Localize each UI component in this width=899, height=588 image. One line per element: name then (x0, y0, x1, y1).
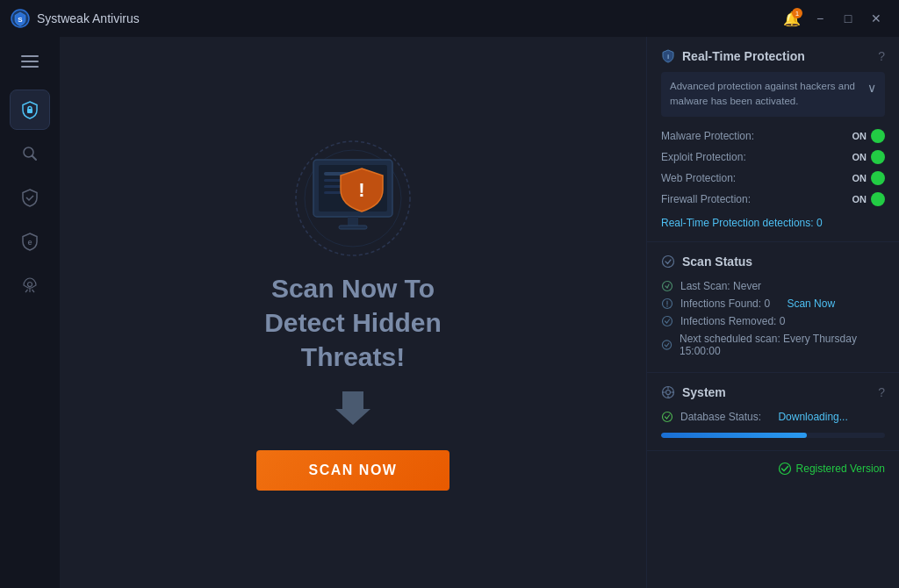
svg-point-38 (779, 463, 790, 474)
hamburger-line-3 (21, 66, 39, 68)
shield-info-icon: i (661, 49, 675, 63)
svg-point-7 (28, 283, 32, 287)
registered-version-label: Registered Version (778, 462, 885, 476)
svg-marker-22 (335, 391, 370, 425)
hamburger-line-1 (21, 55, 39, 57)
scan-status-section: Scan Status Last Scan: Never Infections … (647, 242, 899, 373)
scan-status-title: Scan Status (661, 255, 752, 269)
system-header: System ? (661, 385, 885, 399)
title-bar: S Systweak Antivirus 🔔 1 − □ ✕ (0, 0, 899, 37)
rtp-header: i Real-Time Protection ? (661, 49, 885, 63)
center-panel: ! Scan Now To Detect Hidden Threats! SCA… (60, 37, 646, 588)
svg-line-9 (25, 290, 28, 292)
web-protection-item: Web Protection: ON (661, 168, 885, 189)
maximize-button[interactable]: □ (836, 6, 860, 31)
scan-now-button[interactable]: SCAN NOW (256, 450, 450, 491)
scan-now-link[interactable]: Scan Now (787, 298, 835, 310)
system-help-icon[interactable]: ? (878, 385, 885, 399)
system-title: System (661, 385, 726, 399)
firewall-toggle[interactable]: ON (852, 192, 886, 206)
rtp-title: i Real-Time Protection (661, 49, 805, 63)
rtp-expand-chevron-icon[interactable]: ∨ (867, 79, 876, 97)
rtp-help-icon[interactable]: ? (878, 49, 885, 63)
svg-point-37 (663, 412, 672, 421)
download-progress-bar-container (661, 433, 885, 438)
firewall-toggle-dot (871, 192, 885, 206)
svg-text:S: S (18, 16, 23, 24)
rocket-icon (20, 276, 40, 295)
title-bar-left: S Systweak Antivirus (11, 9, 780, 28)
rtp-detections: Real-Time Protection detections: 0 (661, 217, 885, 229)
sidebar-hamburger-button[interactable] (12, 46, 47, 77)
svg-point-3 (28, 107, 32, 111)
hero-heading: Scan Now To Detect Hidden Threats! (264, 271, 442, 374)
svg-point-30 (662, 340, 671, 348)
app-logo-icon: S (11, 9, 30, 28)
shield-lock-icon (20, 100, 40, 119)
next-scan-icon (661, 339, 672, 351)
scan-status-header: Scan Status (661, 255, 885, 269)
main-layout: e (0, 37, 899, 588)
hero-illustration: ! (274, 135, 432, 271)
svg-line-5 (32, 156, 37, 161)
svg-rect-20 (339, 226, 367, 229)
database-status-item: Database Status: Downloading... (661, 408, 885, 426)
sidebar-item-protection[interactable] (10, 90, 50, 130)
sidebar-item-identity[interactable]: e (10, 221, 50, 262)
last-scan-icon (661, 280, 673, 292)
real-time-protection-section: i Real-Time Protection ? Advanced protec… (647, 37, 899, 242)
sidebar-item-scan[interactable] (10, 133, 50, 174)
rtp-description: Advanced protection against hackers and … (661, 72, 885, 117)
registered-check-icon (778, 462, 792, 476)
svg-text:i: i (667, 53, 669, 61)
sidebar-item-booster[interactable] (10, 265, 50, 305)
exploit-toggle-dot (871, 150, 885, 164)
svg-rect-19 (348, 217, 358, 226)
system-section: System ? Database Status: Downloading... (647, 373, 899, 451)
search-icon (21, 145, 39, 162)
check-shield-icon (20, 188, 40, 207)
identity-icon: e (20, 232, 40, 251)
exploit-toggle[interactable]: ON (852, 150, 886, 164)
svg-point-24 (663, 255, 674, 267)
arrow-down-icon (335, 391, 370, 433)
svg-text:e: e (27, 238, 32, 247)
svg-point-32 (666, 390, 671, 394)
scan-status-icon (661, 255, 675, 269)
content-area: ! Scan Now To Detect Hidden Threats! SCA… (60, 37, 646, 588)
notification-button[interactable]: 🔔 1 (780, 6, 804, 31)
title-bar-controls: 🔔 1 − □ ✕ (780, 6, 888, 31)
last-scan-item: Last Scan: Never (661, 277, 885, 295)
svg-point-25 (663, 281, 672, 290)
registered-footer: Registered Version (647, 451, 899, 486)
svg-point-29 (663, 316, 672, 326)
web-toggle-dot (871, 171, 885, 185)
svg-text:!: ! (358, 179, 364, 201)
sidebar-item-security[interactable] (10, 177, 50, 218)
next-scan-item: Next scheduled scan: Every Thursday 15:0… (661, 330, 885, 360)
web-toggle[interactable]: ON (852, 171, 886, 185)
system-icon (661, 385, 675, 399)
infections-found-item: Infections Found: 0 Scan Now (661, 295, 885, 312)
svg-line-10 (32, 290, 35, 292)
sidebar: e (0, 37, 60, 588)
database-status-value: Downloading... (778, 411, 847, 423)
malware-toggle[interactable]: ON (852, 129, 886, 143)
malware-protection-item: Malware Protection: ON (661, 125, 885, 147)
minimize-button[interactable]: − (808, 6, 832, 31)
database-status-icon (661, 411, 673, 423)
download-progress-bar (661, 433, 807, 438)
app-title: Systweak Antivirus (37, 11, 140, 25)
svg-point-28 (666, 305, 668, 307)
firewall-protection-item: Firewall Protection: ON (661, 189, 885, 210)
right-panel: i Real-Time Protection ? Advanced protec… (646, 37, 899, 588)
notification-badge: 1 (792, 8, 802, 18)
exploit-protection-item: Exploit Protection: ON (661, 147, 885, 168)
close-button[interactable]: ✕ (864, 6, 888, 31)
infections-removed-icon (661, 315, 673, 327)
infections-removed-item: Infections Removed: 0 (661, 312, 885, 330)
malware-toggle-dot (871, 129, 885, 143)
infections-found-icon (661, 298, 673, 310)
hamburger-line-2 (21, 61, 39, 62)
